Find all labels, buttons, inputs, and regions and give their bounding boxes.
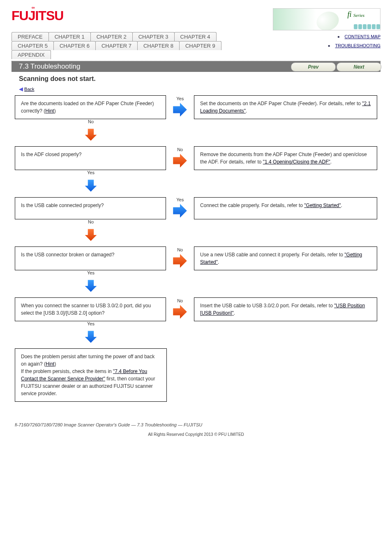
tab-appendix[interactable]: APPENDIX [12, 50, 51, 59]
arrow-right-icon: Yes [168, 197, 192, 219]
question-box: Is the USB cable connected properly? [15, 197, 166, 219]
arrow-down-icon [83, 329, 98, 344]
tab-chapter6[interactable]: CHAPTER 6 [53, 41, 96, 50]
tab-chapter1[interactable]: CHAPTER 1 [48, 32, 91, 41]
ref-link[interactable]: "Getting Started" [200, 252, 362, 265]
question-box: Is the USB connector broken or damaged? [15, 246, 166, 270]
arrow-right-icon: No [168, 246, 192, 270]
hint-link[interactable]: Hint [45, 108, 54, 114]
tab-chapter3[interactable]: CHAPTER 3 [132, 32, 175, 41]
answer-box: Connect the cable properly. For details,… [194, 197, 377, 219]
hint-link[interactable]: Hint [46, 361, 54, 367]
arrow-down-icon [83, 279, 98, 293]
arrow-down-icon [83, 127, 98, 142]
ref-link[interactable]: "USB Position [USB Position]" [200, 303, 365, 316]
ref-link[interactable]: "1.4 Opening/Closing the ADF" [263, 159, 330, 165]
tab-chapter9[interactable]: CHAPTER 9 [179, 41, 221, 50]
next-button[interactable]: Next [337, 62, 381, 71]
arrow-down-icon [83, 178, 98, 193]
link-troubleshooting[interactable]: TROUBLESHOOTING [331, 43, 380, 48]
tab-chapter8[interactable]: CHAPTER 8 [137, 41, 180, 50]
arrow-down-icon [83, 228, 98, 242]
section-title: Scanning does not start. [0, 72, 392, 86]
question-box: Are the documents loaded on the ADF Pape… [15, 95, 166, 119]
answer-box: Insert the USB cable to USB 3.0/2.0 port… [194, 297, 377, 321]
tab-chapter5[interactable]: CHAPTER 5 [12, 41, 54, 50]
ref-link[interactable]: "Getting Started" [304, 203, 341, 208]
answer-box: Set the documents on the ADF Paper Chute… [194, 95, 377, 119]
citation: fi-7160/7260/7180/7280 Image Scanner Ope… [0, 414, 392, 430]
copyright: All Rights Reserved Copyright 2013 © PFU… [0, 430, 392, 445]
answer-box: Remove the documents from the ADF Paper … [194, 146, 377, 170]
ref-link[interactable]: "2.1 Loading Documents" [200, 101, 371, 114]
arrow-right-icon: Yes [168, 95, 192, 119]
arrow-right-icon: No [168, 146, 192, 170]
page-title: 7.3 Troubleshooting [19, 62, 80, 71]
tab-chapter2[interactable]: CHAPTER 2 [90, 32, 133, 41]
back-link[interactable]: Back [24, 87, 34, 92]
ref-link[interactable]: "7.4 Before You Contact the Scanner Serv… [21, 368, 147, 382]
tab-preface[interactable]: PREFACE [12, 32, 49, 41]
arrow-right-icon: No [168, 297, 192, 321]
tab-chapter7[interactable]: CHAPTER 7 [95, 41, 138, 50]
back-triangle-icon: ◀ [19, 86, 23, 92]
link-contents-map[interactable]: CONTENTS MAP [341, 34, 380, 39]
fi-series-banner: fi Series [273, 8, 380, 30]
question-box: Is the ADF closed properly? [15, 146, 166, 170]
page-title-bar: 7.3 Troubleshooting Prev Next [12, 61, 380, 72]
tab-chapter4[interactable]: CHAPTER 4 [174, 32, 217, 41]
fujitsu-logo: ∞ FUJITSU [12, 8, 63, 23]
final-box: Does the problem persist after turning t… [15, 348, 167, 402]
answer-box: Use a new USB cable and connect it prope… [194, 246, 377, 270]
prev-button[interactable]: Prev [291, 62, 336, 71]
question-box: When you connect the scanner to USB 3.0/… [15, 297, 166, 321]
